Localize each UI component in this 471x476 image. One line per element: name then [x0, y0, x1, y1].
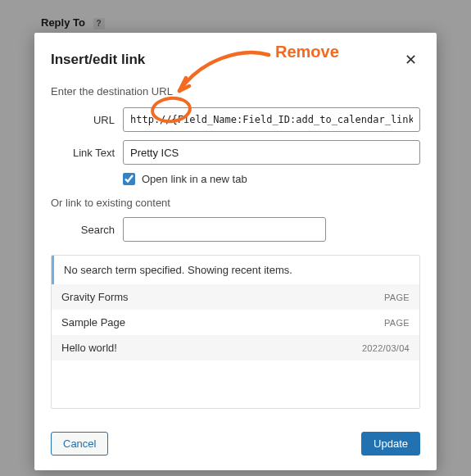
- url-input[interactable]: [123, 107, 420, 132]
- cancel-button[interactable]: Cancel: [51, 432, 108, 456]
- search-label: Search: [51, 224, 123, 236]
- new-tab-row[interactable]: Open link in a new tab: [123, 173, 420, 185]
- result-title: Gravity Forms: [61, 291, 129, 303]
- list-item[interactable]: Hello world! 2022/03/04: [52, 335, 419, 360]
- modal-footer: Cancel Update: [34, 420, 437, 470]
- link-text-row: Link Text: [51, 140, 420, 165]
- result-title: Hello world!: [61, 342, 117, 354]
- results-list: No search term specified. Showing recent…: [51, 255, 420, 409]
- new-tab-label: Open link in a new tab: [142, 173, 247, 185]
- modal-header: Insert/edit link ✕: [34, 33, 437, 80]
- search-row: Search: [51, 217, 420, 242]
- modal-title: Insert/edit link: [51, 52, 145, 68]
- close-icon[interactable]: ✕: [401, 48, 420, 72]
- insert-link-modal: Insert/edit link ✕ Enter the destination…: [34, 33, 437, 470]
- existing-content-label: Or link to existing content: [51, 197, 420, 209]
- url-row: URL: [51, 107, 420, 132]
- results-info: No search term specified. Showing recent…: [52, 256, 419, 284]
- modal-body: Enter the destination URL URL Link Text …: [34, 85, 437, 420]
- result-meta: 2022/03/04: [362, 343, 410, 353]
- result-meta: PAGE: [384, 318, 410, 328]
- list-item[interactable]: Sample Page PAGE: [52, 310, 419, 335]
- list-item[interactable]: Gravity Forms PAGE: [52, 284, 419, 310]
- link-text-label: Link Text: [51, 147, 123, 159]
- search-input[interactable]: [123, 217, 326, 242]
- update-button[interactable]: Update: [361, 432, 420, 456]
- result-meta: PAGE: [384, 292, 410, 302]
- link-text-input[interactable]: [123, 140, 420, 165]
- result-title: Sample Page: [61, 316, 125, 329]
- new-tab-checkbox[interactable]: [123, 173, 135, 185]
- url-label: URL: [51, 114, 123, 126]
- instruction-text: Enter the destination URL: [51, 85, 420, 97]
